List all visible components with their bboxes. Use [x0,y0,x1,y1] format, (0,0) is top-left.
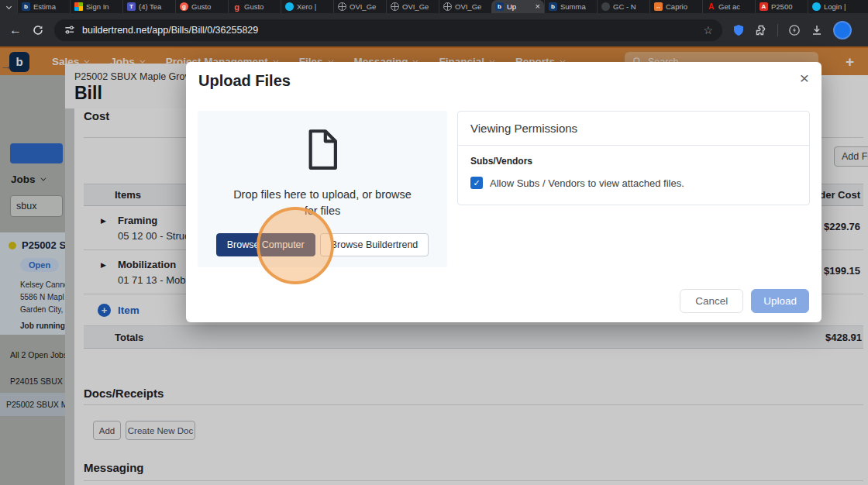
allow-subs-checkbox[interactable]: ✓ [470,177,483,189]
gusto-favicon [232,2,241,11]
download-icon[interactable] [811,24,823,36]
cancel-button[interactable]: Cancel [680,289,743,313]
modal-title: Upload Files [198,72,291,90]
browse-buildertrend-button[interactable]: Browse Buildertrend [320,233,429,256]
browser-tab[interactable]: Estima [17,0,70,13]
profile-avatar[interactable] [833,21,852,40]
browser-tab[interactable]: OVI_Ge [333,0,386,13]
browser-tab[interactable]: Login | [808,0,860,13]
browser-tab[interactable]: Get ac [702,0,755,13]
adobe-favicon [707,2,715,11]
gusto-favicon [180,2,188,11]
performance-leaf-icon[interactable] [788,24,801,36]
bookmark-star-icon[interactable]: ☆ [703,24,713,36]
url-text: buildertrend.net/app/Bills/Bill/0/362558… [82,25,696,36]
tab-search-button[interactable] [0,0,17,13]
address-bar[interactable]: buildertrend.net/app/Bills/Bill/0/362558… [54,19,722,41]
buildertrend-favicon [495,2,504,11]
browser-toolbar: ← → buildertrend.net/app/Bills/Bill/0/36… [0,13,868,46]
browser-tab[interactable]: P2500 [755,0,808,13]
buildertrend-favicon [549,2,557,11]
buildertrend-favicon [22,2,30,11]
screen: Estima Sign In (4) Tea Gusto Gusto Xero … [0,0,868,485]
dropzone-text: Drop files here to upload, or browse for… [198,187,447,219]
click-highlight-annotation [257,207,334,284]
browser-tab[interactable]: OVI_Ge [386,0,439,13]
browser-tab[interactable]: Sign In [70,0,122,13]
upload-button[interactable]: Upload [751,289,809,313]
globe-favicon [338,2,346,11]
browser-tab[interactable]: GC - N [597,0,649,13]
permissions-title: Viewing Permissions [458,112,809,146]
xero-favicon [285,2,294,11]
browser-tab[interactable]: Caprio [649,0,702,13]
back-icon[interactable]: ← [9,24,22,36]
checkbox-label: Allow Subs / Vendors to view attached fi… [490,177,684,189]
browser-tab[interactable]: Gusto [228,0,281,13]
xero-favicon [812,2,821,11]
globe-favicon [443,2,452,11]
browser-tab[interactable]: Summa [544,0,597,13]
toolbar-divider [777,24,778,36]
close-icon[interactable]: × [800,70,809,86]
browser-tab[interactable]: Gusto [175,0,228,13]
site-info-icon[interactable] [64,24,75,36]
browser-tab[interactable]: Xero | [281,0,333,13]
pdf-favicon [760,2,768,11]
browser-tab[interactable]: (4) Tea [122,0,175,13]
capriotti-favicon [654,2,663,11]
file-upload-icon [305,128,340,171]
refresh-icon[interactable] [32,24,44,36]
microsoft-favicon [74,2,83,11]
site-favicon [601,2,610,11]
upload-files-modal: Upload Files × Drop files here to upload… [186,62,822,322]
subs-vendors-label: Subs/Vendors [470,156,797,167]
browser-tab-active[interactable]: Up× [491,0,544,13]
browser-tab[interactable]: OVI_Ge [439,0,491,13]
teams-favicon [127,2,136,11]
close-tab-icon[interactable]: × [536,2,540,11]
globe-favicon [391,2,399,11]
viewing-permissions-panel: Viewing Permissions Subs/Vendors ✓ Allow… [457,111,810,205]
browser-tab-strip: Estima Sign In (4) Tea Gusto Gusto Xero … [0,0,868,13]
extensions-puzzle-icon[interactable] [755,24,767,36]
shield-icon[interactable] [732,24,745,36]
chevron-down-icon [5,4,11,9]
